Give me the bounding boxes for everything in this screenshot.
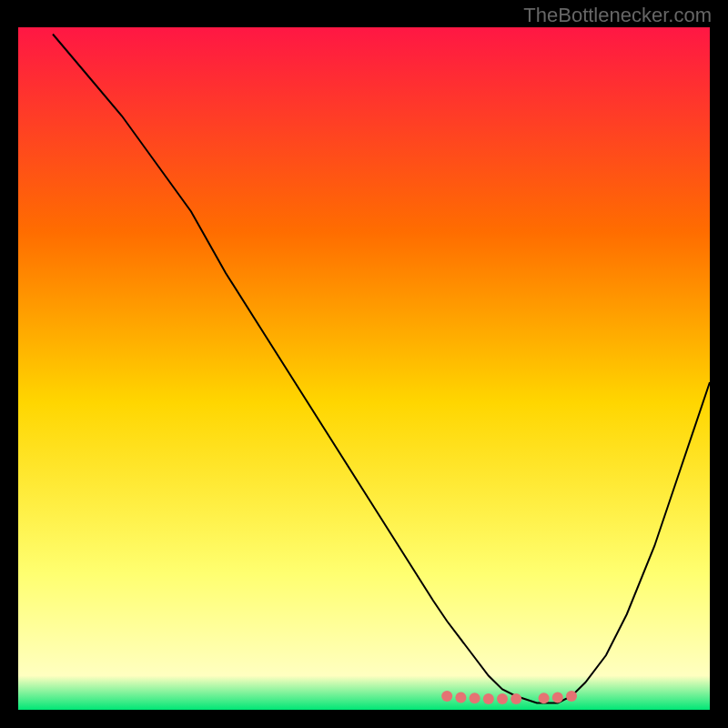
marker-dot — [455, 693, 466, 703]
marker-dot — [511, 693, 521, 704]
marker-dot — [497, 693, 508, 704]
chart-background — [18, 27, 710, 710]
watermark-text: TheBottlenecker.com — [523, 4, 712, 27]
marker-dot — [441, 691, 452, 702]
marker-dot — [566, 691, 577, 702]
marker-dot — [539, 693, 550, 703]
marker-dot — [483, 693, 494, 704]
chart-area — [18, 27, 710, 710]
marker-dot — [470, 693, 480, 703]
chart-svg — [18, 27, 710, 710]
marker-dot — [552, 693, 563, 703]
